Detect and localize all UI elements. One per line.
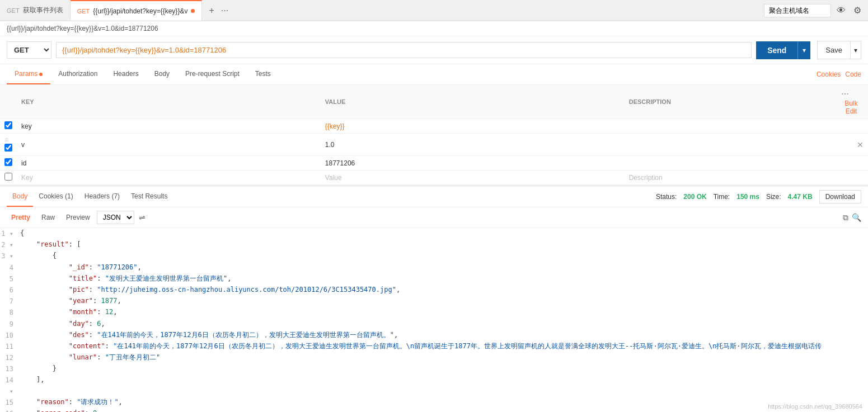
param-value-3: 18771206 xyxy=(325,159,355,167)
time-value: 150 ms xyxy=(736,193,759,201)
code-line: 11 "content": "在141年前的今天，1877年12月6日（农历冬月… xyxy=(0,341,868,352)
response-tab-body[interactable]: Body xyxy=(7,187,33,207)
param-key-placeholder: Key xyxy=(21,174,33,182)
params-section: KEY VALUE DESCRIPTION ⋯ Bulk Edit key {{… xyxy=(0,85,868,186)
code-link[interactable]: Code xyxy=(845,70,861,78)
param-actions-1 xyxy=(834,119,868,134)
tab-prerequest[interactable]: Pre-request Script xyxy=(177,64,247,84)
param-actions-2: ✕ xyxy=(834,134,868,156)
pretty-bar-actions: ⧉ 🔍 xyxy=(843,213,861,222)
table-row: Key Value Description xyxy=(0,171,868,185)
response-body-code: 1 ▾{2 ▾ "result": [3 ▾ {4 "_id": "187712… xyxy=(0,228,868,412)
tab-actions: + ··· xyxy=(202,0,235,21)
pretty-button[interactable]: Pretty xyxy=(7,211,35,224)
eye-icon-button[interactable]: 👁 xyxy=(834,3,848,18)
code-line: 4 "_id": "18771206", xyxy=(0,262,868,273)
param-checkbox-2[interactable] xyxy=(4,144,12,151)
copy-icon-button[interactable]: ⧉ xyxy=(843,213,848,222)
params-options-button[interactable]: ⋯ xyxy=(839,88,851,100)
param-value-1: {{key}} xyxy=(325,122,345,130)
size-label: Size: xyxy=(766,193,781,201)
tab-body[interactable]: Body xyxy=(147,64,177,84)
send-dropdown-button[interactable]: ▾ xyxy=(797,41,810,59)
table-row: key {{key}} xyxy=(0,119,868,134)
tab-params[interactable]: Params xyxy=(7,64,50,84)
param-key-3: id xyxy=(21,159,26,167)
tab-headers[interactable]: Headers xyxy=(105,64,146,84)
param-checkbox-4[interactable] xyxy=(4,173,12,181)
raw-button[interactable]: Raw xyxy=(37,211,59,224)
save-dropdown-button[interactable]: ▾ xyxy=(851,41,861,59)
param-checkbox-1[interactable] xyxy=(4,121,12,129)
response-tab-cookies[interactable]: Cookies (1) xyxy=(33,187,78,207)
param-desc-3 xyxy=(625,156,834,171)
response-status: Status: 200 OK Time: 150 ms Size: 4.47 K… xyxy=(656,190,861,203)
url-input[interactable] xyxy=(56,42,752,58)
response-tab-test-results[interactable]: Test Results xyxy=(125,187,173,207)
download-button[interactable]: Download xyxy=(819,190,861,203)
save-button-group: Save ▾ xyxy=(817,41,861,59)
format-selector[interactable]: JSON xyxy=(97,211,134,224)
param-actions-4 xyxy=(834,171,868,185)
code-line: 12 "lunar": "丁丑年冬月初二" xyxy=(0,352,868,363)
bulk-edit-button[interactable]: Bulk Edit xyxy=(839,100,864,115)
tab-label: 获取事件列表 xyxy=(23,6,63,15)
size-value: 4.47 KB xyxy=(788,193,813,201)
tab-tests[interactable]: Tests xyxy=(247,64,279,84)
tab-get-events[interactable]: GET 获取事件列表 xyxy=(0,0,71,21)
host-selector-area: 聚合主机域名 👁 ⚙ xyxy=(759,0,868,21)
tab-bar: GET 获取事件列表 GET {{url}}/japi/tohdet?key={… xyxy=(0,0,868,21)
table-row: id 18771206 xyxy=(0,156,868,171)
tab-method-label-2: GET xyxy=(77,8,90,15)
cookies-link[interactable]: Cookies xyxy=(817,70,841,78)
tab-api-url[interactable]: GET {{url}}/japi/tohdet?key={{key}}&v xyxy=(71,0,203,21)
preview-button[interactable]: Preview xyxy=(62,211,95,224)
param-actions-3 xyxy=(834,156,868,171)
watermark: https://blog.csdn.net/qq_39680564 xyxy=(768,403,862,410)
param-key-2: v xyxy=(21,141,25,149)
col-actions: ⋯ Bulk Edit xyxy=(834,85,868,119)
params-table: KEY VALUE DESCRIPTION ⋯ Bulk Edit key {{… xyxy=(0,85,868,185)
param-remove-button-2[interactable]: ✕ xyxy=(857,140,864,149)
response-area: Body Cookies (1) Headers (7) Test Result… xyxy=(0,186,868,412)
more-tabs-button[interactable]: ··· xyxy=(219,4,231,17)
code-line: 3 ▾ { xyxy=(0,250,868,262)
param-key-1: key xyxy=(21,122,32,130)
param-desc-placeholder: Description xyxy=(629,174,663,182)
col-key: KEY xyxy=(17,85,321,119)
settings-icon-button[interactable]: ⚙ xyxy=(851,3,864,18)
add-tab-button[interactable]: + xyxy=(207,4,216,17)
send-button-group: Send ▾ xyxy=(756,41,810,59)
code-line: 6 "pic": "http://juheimg.oss-cn-hangzhou… xyxy=(0,285,868,296)
search-icon-button[interactable]: 🔍 xyxy=(852,213,861,222)
code-line: 13 } xyxy=(0,363,868,375)
params-dot xyxy=(39,73,43,76)
response-tab-headers[interactable]: Headers (7) xyxy=(79,187,125,207)
param-value-2: 1.0 xyxy=(325,141,335,149)
param-checkbox-3[interactable] xyxy=(4,158,12,166)
param-desc-2 xyxy=(625,134,834,156)
method-selector[interactable]: GET xyxy=(7,41,51,59)
status-value: 200 OK xyxy=(683,193,706,201)
tab-authorization[interactable]: Authorization xyxy=(50,64,105,84)
save-button[interactable]: Save xyxy=(817,41,851,59)
status-label: Status: xyxy=(656,193,677,201)
send-button[interactable]: Send xyxy=(756,41,797,59)
code-line: 2 ▾ "result": [ xyxy=(0,239,868,250)
tab-modified-dot xyxy=(191,9,195,13)
url-breadcrumb: {{url}}/japi/tohdet?key={{key}}&v=1.0&id… xyxy=(0,21,868,36)
code-line: 7 "year": 1877, xyxy=(0,296,868,307)
response-tabs-bar: Body Cookies (1) Headers (7) Test Result… xyxy=(0,187,868,207)
param-desc-1 xyxy=(625,119,834,134)
request-tabs: Params Authorization Headers Body Pre-re… xyxy=(0,64,868,85)
table-row: ≡ v 1.0 ✕ xyxy=(0,134,868,156)
host-selector[interactable]: 聚合主机域名 xyxy=(764,4,831,17)
time-label: Time: xyxy=(714,193,730,201)
code-line: 8 "month": 12, xyxy=(0,307,868,318)
col-checkbox xyxy=(0,85,17,119)
wrap-button[interactable]: ⇌ xyxy=(137,211,148,224)
code-line: 10 "des": "在141年前的今天，1877年12月6日（农历冬月初二），… xyxy=(0,330,868,341)
drag-handle[interactable]: ≡ xyxy=(4,136,8,144)
req-tabs-right: Cookies Code xyxy=(817,70,861,78)
col-value: VALUE xyxy=(321,85,625,119)
